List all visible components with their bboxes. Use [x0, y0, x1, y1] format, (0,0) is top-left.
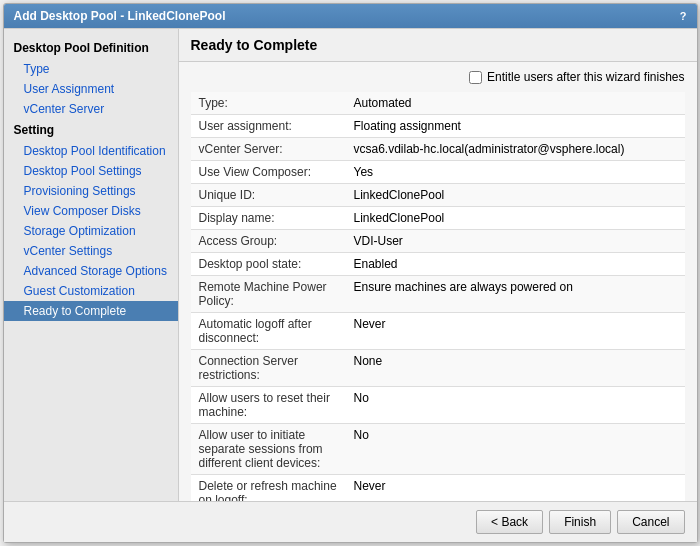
main-header: Ready to Complete: [179, 29, 697, 62]
table-cell-label: Allow users to reset their machine:: [191, 387, 346, 424]
sidebar-item-desktop-pool-settings[interactable]: Desktop Pool Settings: [4, 161, 178, 181]
table-cell-label: Unique ID:: [191, 184, 346, 207]
info-table: Type:AutomatedUser assignment:Floating a…: [191, 92, 685, 501]
finish-button[interactable]: Finish: [549, 510, 611, 534]
table-cell-label: Desktop pool state:: [191, 253, 346, 276]
dialog-body: Desktop Pool Definition Type User Assign…: [4, 28, 697, 501]
sidebar-item-storage-optimization[interactable]: Storage Optimization: [4, 221, 178, 241]
table-cell-label: Connection Server restrictions:: [191, 350, 346, 387]
table-row: Desktop pool state:Enabled: [191, 253, 685, 276]
table-cell-value: No: [346, 424, 685, 475]
table-row: Display name:LinkedClonePool: [191, 207, 685, 230]
table-cell-value: VDI-User: [346, 230, 685, 253]
table-row: Automatic logoff after disconnect:Never: [191, 313, 685, 350]
table-row: Access Group:VDI-User: [191, 230, 685, 253]
table-cell-value: Never: [346, 313, 685, 350]
sidebar-section-setting: Setting: [4, 119, 178, 141]
table-cell-label: User assignment:: [191, 115, 346, 138]
sidebar-item-view-composer-disks[interactable]: View Composer Disks: [4, 201, 178, 221]
sidebar-item-desktop-pool-identification[interactable]: Desktop Pool Identification: [4, 141, 178, 161]
table-cell-label: Display name:: [191, 207, 346, 230]
table-cell-label: Delete or refresh machine on logoff:: [191, 475, 346, 502]
table-cell-value: Enabled: [346, 253, 685, 276]
table-cell-label: vCenter Server:: [191, 138, 346, 161]
main-scroll: Entitle users after this wizard finishes…: [179, 62, 697, 501]
table-row: vCenter Server:vcsa6.vdilab-hc.local(adm…: [191, 138, 685, 161]
table-cell-value: None: [346, 350, 685, 387]
table-row: Unique ID:LinkedClonePool: [191, 184, 685, 207]
table-row: Delete or refresh machine on logoff:Neve…: [191, 475, 685, 502]
help-button[interactable]: ?: [680, 10, 687, 22]
table-row: Type:Automated: [191, 92, 685, 115]
table-row: Connection Server restrictions:None: [191, 350, 685, 387]
table-row: Remote Machine Power Policy:Ensure machi…: [191, 276, 685, 313]
table-cell-label: Use View Composer:: [191, 161, 346, 184]
table-cell-label: Type:: [191, 92, 346, 115]
entitle-checkbox[interactable]: [469, 71, 482, 84]
dialog-title: Add Desktop Pool - LinkedClonePool: [14, 9, 226, 23]
table-row: Use View Composer:Yes: [191, 161, 685, 184]
table-cell-value: Floating assignment: [346, 115, 685, 138]
dialog-footer: < Back Finish Cancel: [4, 501, 697, 542]
table-cell-label: Automatic logoff after disconnect:: [191, 313, 346, 350]
table-cell-label: Remote Machine Power Policy:: [191, 276, 346, 313]
table-row: User assignment:Floating assignment: [191, 115, 685, 138]
entitle-label: Entitle users after this wizard finishes: [487, 70, 684, 84]
add-desktop-pool-dialog: Add Desktop Pool - LinkedClonePool ? Des…: [3, 3, 698, 543]
table-cell-value: Ensure machines are always powered on: [346, 276, 685, 313]
table-cell-value: vcsa6.vdilab-hc.local(administrator@vsph…: [346, 138, 685, 161]
sidebar: Desktop Pool Definition Type User Assign…: [4, 29, 179, 501]
entitle-row: Entitle users after this wizard finishes: [191, 70, 685, 84]
back-button[interactable]: < Back: [476, 510, 543, 534]
sidebar-section-desktop-pool-definition: Desktop Pool Definition: [4, 37, 178, 59]
title-bar: Add Desktop Pool - LinkedClonePool ?: [4, 4, 697, 28]
table-cell-value: Automated: [346, 92, 685, 115]
table-cell-value: No: [346, 387, 685, 424]
sidebar-item-ready-to-complete[interactable]: Ready to Complete: [4, 301, 178, 321]
sidebar-item-user-assignment[interactable]: User Assignment: [4, 79, 178, 99]
table-row: Allow users to reset their machine:No: [191, 387, 685, 424]
sidebar-item-vcenter-settings[interactable]: vCenter Settings: [4, 241, 178, 261]
sidebar-item-vcenter-server[interactable]: vCenter Server: [4, 99, 178, 119]
sidebar-item-type[interactable]: Type: [4, 59, 178, 79]
sidebar-item-advanced-storage-options[interactable]: Advanced Storage Options: [4, 261, 178, 281]
sidebar-item-guest-customization[interactable]: Guest Customization: [4, 281, 178, 301]
cancel-button[interactable]: Cancel: [617, 510, 684, 534]
table-cell-value: Never: [346, 475, 685, 502]
table-row: Allow user to initiate separate sessions…: [191, 424, 685, 475]
table-cell-label: Allow user to initiate separate sessions…: [191, 424, 346, 475]
table-cell-value: LinkedClonePool: [346, 184, 685, 207]
main-content: Ready to Complete Entitle users after th…: [179, 29, 697, 501]
table-cell-label: Access Group:: [191, 230, 346, 253]
table-cell-value: LinkedClonePool: [346, 207, 685, 230]
table-cell-value: Yes: [346, 161, 685, 184]
sidebar-item-provisioning-settings[interactable]: Provisioning Settings: [4, 181, 178, 201]
